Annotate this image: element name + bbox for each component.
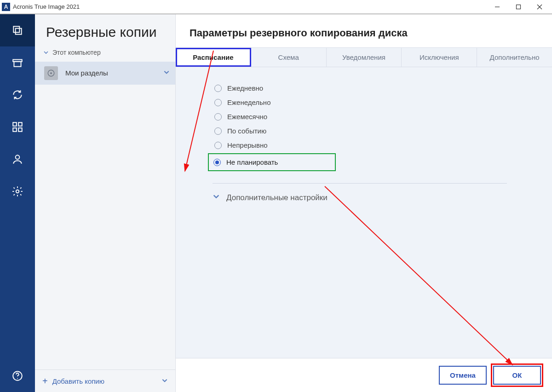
- nav-backup-icon[interactable]: [0, 14, 35, 46]
- app-logo-icon: A: [2, 3, 10, 11]
- radio-icon: [214, 99, 222, 106]
- nav-dashboard-icon[interactable]: [0, 111, 35, 143]
- svg-rect-10: [13, 128, 17, 132]
- svg-point-13: [16, 190, 19, 193]
- nav-rail: [0, 14, 35, 392]
- svg-rect-11: [18, 128, 22, 132]
- radio-icon: [214, 127, 222, 135]
- svg-rect-8: [13, 122, 17, 126]
- radio-weekly[interactable]: Еженедельно: [213, 95, 535, 110]
- nav-sync-icon[interactable]: [0, 79, 35, 111]
- chevron-down-icon: [43, 49, 50, 56]
- svg-rect-7: [14, 62, 21, 67]
- radio-icon: [214, 113, 222, 121]
- radio-monthly[interactable]: Ежемесячно: [213, 110, 535, 124]
- tab-content: Ежедневно Еженедельно Ежемесячно По собы…: [176, 67, 552, 358]
- tab-exclusions[interactable]: Исключения: [402, 48, 477, 67]
- svg-point-17: [50, 72, 52, 74]
- radio-icon: [214, 85, 222, 92]
- radio-on-event[interactable]: По событию: [213, 124, 535, 138]
- app-shell: Резервные копии Этот компьютер Мои разде…: [0, 14, 552, 392]
- cancel-button[interactable]: Отмена: [439, 366, 487, 385]
- nav-archive-icon[interactable]: [0, 46, 35, 79]
- tree-item-label: Мои разделы: [65, 69, 108, 77]
- advanced-settings-label: Дополнительные настройки: [226, 193, 328, 202]
- plus-icon: +: [42, 376, 48, 386]
- close-button[interactable]: [529, 0, 550, 14]
- radio-label: Ежедневно: [227, 84, 263, 92]
- main-panel: Параметры резервного копирования диска Р…: [176, 14, 552, 392]
- svg-rect-5: [16, 29, 22, 35]
- tree-item-my-partitions[interactable]: Мои разделы: [35, 62, 175, 85]
- tab-scheme[interactable]: Схема: [251, 48, 327, 67]
- radio-label: Не планировать: [226, 158, 278, 166]
- radio-daily[interactable]: Ежедневно: [213, 81, 535, 95]
- add-backup-label: Добавить копию: [52, 377, 104, 385]
- tree-root-label: Этот компьютер: [52, 49, 101, 56]
- radio-continuous[interactable]: Непрерывно: [213, 138, 535, 152]
- svg-point-15: [17, 378, 18, 379]
- chevron-down-icon: [213, 193, 220, 202]
- nav-help-icon[interactable]: [0, 360, 35, 392]
- minimize-button[interactable]: [487, 0, 508, 14]
- separator: [213, 183, 507, 184]
- titlebar: A Acronis True Image 2021: [0, 0, 552, 14]
- radio-label: По событию: [227, 127, 266, 135]
- add-backup-button[interactable]: + Добавить копию: [35, 369, 175, 392]
- radio-label: Непрерывно: [227, 141, 268, 149]
- svg-rect-9: [18, 122, 22, 126]
- nav-account-icon[interactable]: [0, 143, 35, 175]
- tree-root[interactable]: Этот компьютер: [35, 44, 175, 61]
- radio-icon: [214, 142, 222, 149]
- page-title: Параметры резервного копирования диска: [176, 14, 552, 47]
- svg-point-12: [16, 155, 20, 159]
- tab-bar: Расписание Схема Уведомления Исключения …: [176, 47, 552, 67]
- nav-settings-icon[interactable]: [0, 175, 35, 208]
- chevron-down-icon: [163, 69, 170, 77]
- svg-rect-1: [517, 5, 521, 9]
- svg-line-18: [185, 51, 213, 171]
- sidebar-heading: Резервные копии: [35, 14, 175, 44]
- chevron-down-icon: [161, 377, 168, 385]
- window-controls: [487, 0, 550, 14]
- dialog-footer: Отмена ОК: [176, 358, 552, 392]
- disk-icon: [44, 66, 58, 80]
- window-title: Acronis True Image 2021: [13, 3, 80, 10]
- maximize-button[interactable]: [508, 0, 529, 14]
- radio-label: Еженедельно: [227, 98, 270, 106]
- tab-notifications[interactable]: Уведомления: [327, 48, 402, 67]
- advanced-settings-toggle[interactable]: Дополнительные настройки: [213, 193, 535, 202]
- svg-rect-4: [13, 26, 19, 32]
- radio-label: Ежемесячно: [227, 113, 267, 121]
- tab-schedule[interactable]: Расписание: [176, 48, 251, 67]
- ok-button[interactable]: ОК: [493, 366, 541, 385]
- radio-do-not-schedule[interactable]: Не планировать: [209, 154, 335, 170]
- tab-advanced[interactable]: Дополнительно: [477, 48, 552, 67]
- radio-icon: [213, 159, 221, 166]
- sidebar: Резервные копии Этот компьютер Мои разде…: [35, 14, 176, 392]
